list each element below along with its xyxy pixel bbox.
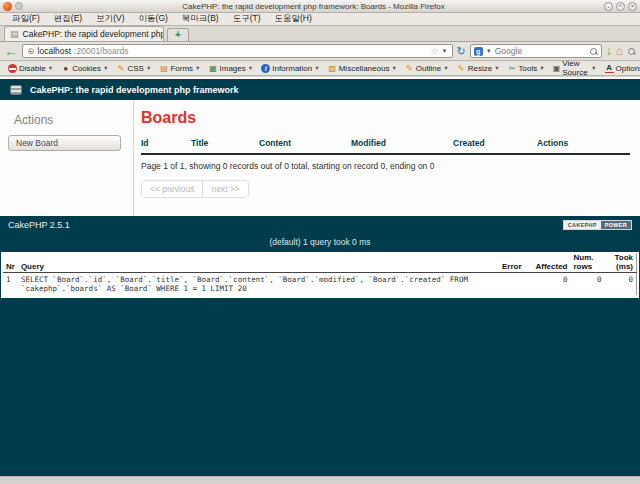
view-source-icon: ▣ <box>553 64 561 73</box>
sql-header-query: Query <box>18 253 491 273</box>
devtool-outline[interactable]: ✎Outline▼ <box>401 61 453 75</box>
information-icon: i <box>261 64 270 73</box>
sql-row-took: 0 <box>605 273 637 296</box>
column-header-actions: Actions <box>537 136 630 154</box>
column-header-title[interactable]: Title <box>191 136 259 154</box>
menu-go[interactable]: 이동(G) <box>132 13 175 25</box>
search-go-icon[interactable] <box>589 47 598 56</box>
navigation-bar: ← ⊕ localhost :20001/boards ☆ ▼ ↻ g ▼ ↓ … <box>0 42 640 61</box>
miscellaneous-icon: ▨ <box>328 64 337 73</box>
cakephp-version: CakePHP 2.5.1 <box>8 220 70 230</box>
cake-favicon-icon: ▤ <box>10 30 19 39</box>
zoom-button[interactable] <box>627 47 636 56</box>
bookmark-star-icon[interactable]: ☆ <box>431 46 439 56</box>
devtool-information[interactable]: iInformation▼ <box>257 61 323 75</box>
sql-log-table-wrap: Nr Query Error Affected Num. rows Took (… <box>1 252 639 298</box>
devtool-css[interactable]: ✎CSS▼ <box>113 61 156 75</box>
menu-edit[interactable]: 편집(E) <box>47 13 89 25</box>
page-title: Boards <box>141 109 630 127</box>
new-tab-button[interactable]: + <box>167 28 189 41</box>
menu-file[interactable]: 파일(F) <box>5 13 47 25</box>
sql-header-affected: Affected <box>525 253 571 273</box>
sql-row-num-rows: 0 <box>571 273 605 296</box>
debug-header-bar: CakePHP 2.5.1 CAKEPHP POWER <box>0 216 640 234</box>
content-area: Actions New Board Boards Id Title Conten… <box>0 100 640 216</box>
devtool-images[interactable]: ▦Images▼ <box>205 61 258 75</box>
disable-icon <box>8 64 17 73</box>
url-dropdown-icon[interactable]: ▼ <box>442 48 448 54</box>
tools-icon: ✂ <box>508 64 517 73</box>
throbber-icon <box>15 2 23 10</box>
devtool-view-source[interactable]: ▣View Source▼ <box>549 61 601 75</box>
reload-button[interactable]: ↻ <box>457 46 466 57</box>
menu-bookmarks[interactable]: 북마크(B) <box>175 13 226 25</box>
cake-logo-icon <box>10 85 22 95</box>
home-button[interactable]: ⌂ <box>616 45 623 57</box>
next-page-button[interactable]: next >> <box>202 181 247 197</box>
google-icon[interactable]: g <box>474 47 483 56</box>
window-titlebar: CakePHP: the rapid development php frame… <box>0 0 640 13</box>
badge-cakephp-label: CAKEPHP <box>564 221 601 229</box>
devtool-miscellaneous[interactable]: ▨Miscellaneous▼ <box>324 61 401 75</box>
devtool-resize[interactable]: ✎Resize▼ <box>453 61 504 75</box>
badge-power-label: POWER <box>601 221 631 229</box>
page-content: CakePHP: the rapid development php frame… <box>0 77 640 476</box>
cake-power-badge[interactable]: CAKEPHP POWER <box>563 220 632 230</box>
devtool-tools[interactable]: ✂Tools▼ <box>504 61 549 75</box>
status-bar <box>0 476 640 484</box>
previous-page-button[interactable]: << previous <box>142 181 202 197</box>
webdeveloper-toolbar: Disable▼ ●Cookies▼ ✎CSS▼ ▤Forms▼ ▦Images… <box>0 61 640 76</box>
boards-main: Boards Id Title Content Modified Created… <box>133 100 630 216</box>
tab-title: CakePHP: the rapid development php ... <box>23 29 164 39</box>
boards-table: Id Title Content Modified Created Action… <box>141 136 630 155</box>
images-icon: ▦ <box>209 64 218 73</box>
query-summary: (default) 1 query took 0 ms <box>0 234 640 252</box>
tab-cakephp[interactable]: ▤ CakePHP: the rapid development php ... <box>4 26 164 41</box>
sql-row-query: SELECT `Board`.`id`, `Board`.`title`, `B… <box>18 273 491 296</box>
search-engine-dropdown-icon[interactable]: ▼ <box>486 48 492 54</box>
back-button[interactable]: ← <box>4 44 18 58</box>
search-box[interactable]: g ▼ <box>470 44 602 58</box>
pagination-buttons: << previous next >> <box>141 180 249 198</box>
close-button[interactable]: × <box>628 2 637 11</box>
url-host: localhost <box>38 46 72 56</box>
devtool-options[interactable]: AOptions▼ <box>601 61 640 75</box>
actions-heading: Actions <box>14 113 130 127</box>
column-header-content[interactable]: Content <box>259 136 351 154</box>
sql-header-num-rows: Num. rows <box>571 253 605 273</box>
menu-tools[interactable]: 도구(T) <box>226 13 268 25</box>
sql-debug-panel: CakePHP 2.5.1 CAKEPHP POWER (default) 1 … <box>0 216 640 477</box>
sql-row-affected: 0 <box>525 273 571 296</box>
devtool-cookies[interactable]: ●Cookies▼ <box>57 61 112 75</box>
menu-help[interactable]: 도움말(H) <box>268 13 319 25</box>
column-header-modified[interactable]: Modified <box>351 136 453 154</box>
maximize-button[interactable]: ˄ <box>616 2 625 11</box>
sql-row-error <box>491 273 525 296</box>
window-title: CakePHP: the rapid development php frame… <box>26 2 601 11</box>
devtool-forms[interactable]: ▤Forms▼ <box>155 61 204 75</box>
sql-header-error: Error <box>491 253 525 273</box>
minimize-button[interactable]: ⌄ <box>604 2 613 11</box>
globe-icon: ⊕ <box>27 47 35 56</box>
downloads-button[interactable]: ↓ <box>606 45 612 57</box>
cakephp-header: CakePHP: the rapid development php frame… <box>0 79 640 100</box>
pagination-counter: Page 1 of 1, showing 0 records out of 0 … <box>141 161 630 171</box>
actions-sidebar: Actions New Board <box>0 100 130 216</box>
forms-icon: ▤ <box>159 64 168 73</box>
column-header-created[interactable]: Created <box>453 136 537 154</box>
options-icon: A <box>605 64 614 73</box>
sql-header-nr: Nr <box>3 253 18 273</box>
sql-log-table: Nr Query Error Affected Num. rows Took (… <box>3 253 637 295</box>
url-input[interactable]: ⊕ localhost :20001/boards ☆ ▼ <box>22 44 453 58</box>
tab-bar: ▤ CakePHP: the rapid development php ...… <box>0 26 640 42</box>
menubar: 파일(F) 편집(E) 보기(V) 이동(G) 북마크(B) 도구(T) 도움말… <box>0 13 640 26</box>
search-input[interactable] <box>495 46 586 56</box>
sql-row-nr: 1 <box>3 273 18 296</box>
css-icon: ✎ <box>117 64 126 73</box>
cookies-icon: ● <box>61 64 70 73</box>
menu-view[interactable]: 보기(V) <box>89 13 131 25</box>
column-header-id[interactable]: Id <box>141 136 191 154</box>
new-board-button[interactable]: New Board <box>8 135 121 151</box>
firefox-icon <box>3 2 12 11</box>
devtool-disable[interactable]: Disable▼ <box>4 61 57 75</box>
